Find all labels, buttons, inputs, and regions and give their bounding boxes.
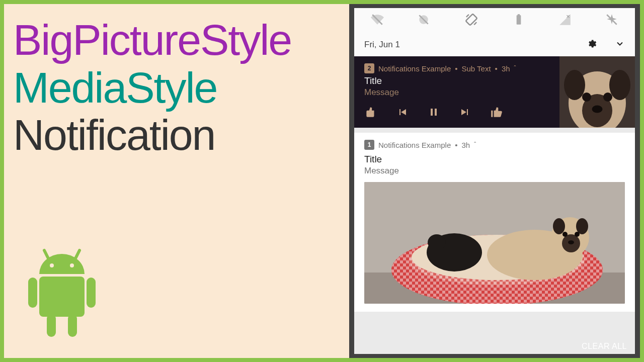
svg-point-25 bbox=[603, 93, 612, 102]
svg-point-3 bbox=[70, 263, 74, 267]
bigpic-badge: 1 bbox=[364, 140, 374, 150]
svg-rect-5 bbox=[28, 278, 37, 308]
svg-point-40 bbox=[553, 218, 565, 234]
svg-rect-4 bbox=[39, 277, 85, 317]
media-subtext: Sub Text bbox=[462, 64, 491, 73]
title-line-3: Notification bbox=[13, 111, 340, 159]
date-text: Fri, Jun 1 bbox=[364, 40, 400, 50]
status-bar: × bbox=[354, 8, 635, 33]
svg-point-24 bbox=[582, 93, 591, 102]
media-app-name: Notifications Example bbox=[378, 64, 451, 73]
location-off-icon bbox=[417, 13, 430, 28]
date-row: Fri, Jun 1 bbox=[354, 33, 635, 56]
media-badge: 2 bbox=[364, 63, 374, 73]
skip-next-icon[interactable] bbox=[459, 106, 471, 120]
media-notification[interactable]: 2 Notifications Example • Sub Text • 3h … bbox=[354, 56, 635, 128]
battery-icon bbox=[512, 13, 525, 28]
bigpicture-notification[interactable]: 1 Notifications Example • 3h ˆ Title Mes… bbox=[354, 133, 635, 312]
svg-point-37 bbox=[428, 234, 446, 250]
collapse-chevron-icon[interactable] bbox=[615, 39, 625, 51]
settings-gear-icon[interactable] bbox=[587, 39, 597, 51]
media-title: Title bbox=[364, 75, 553, 86]
svg-point-43 bbox=[562, 232, 568, 237]
svg-point-21 bbox=[564, 70, 585, 100]
bigpic-header: 1 Notifications Example • 3h ˆ bbox=[364, 140, 625, 150]
media-message: Message bbox=[364, 87, 553, 98]
svg-point-44 bbox=[575, 232, 580, 237]
title-line-1: BigPictureStyle bbox=[13, 16, 340, 64]
thumb-down-icon[interactable] bbox=[364, 106, 377, 121]
signal-off-icon: × bbox=[558, 13, 572, 28]
svg-rect-8 bbox=[68, 314, 77, 337]
svg-rect-14 bbox=[518, 14, 520, 16]
clear-all-button[interactable]: CLEAR ALL bbox=[582, 342, 627, 351]
bigpic-app-name: Notifications Example bbox=[378, 141, 451, 149]
airplane-off-icon bbox=[605, 13, 618, 28]
skip-previous-icon[interactable] bbox=[396, 106, 409, 120]
svg-rect-7 bbox=[47, 314, 56, 337]
media-time: 3h bbox=[502, 64, 510, 73]
wifi-off-icon bbox=[371, 13, 384, 28]
android-logo-icon bbox=[19, 246, 105, 349]
collapse-icon[interactable]: ˆ bbox=[514, 65, 516, 72]
notification-shade: 2 Notifications Example • Sub Text • 3h … bbox=[354, 56, 635, 354]
svg-point-2 bbox=[50, 263, 54, 267]
phone-mockup: × Fri, Jun 1 2 Notifications Example • S… bbox=[349, 4, 640, 358]
svg-text:×: × bbox=[567, 13, 571, 20]
svg-point-45 bbox=[568, 240, 574, 244]
bigpic-message: Message bbox=[364, 166, 625, 176]
svg-point-41 bbox=[576, 218, 588, 234]
bigpic-time: 3h bbox=[462, 141, 470, 149]
bigpicture-image bbox=[364, 182, 625, 304]
thumb-up-icon[interactable] bbox=[490, 106, 503, 121]
svg-rect-18 bbox=[435, 109, 437, 116]
title-line-2: MediaStyle bbox=[13, 64, 340, 112]
collapse-icon[interactable]: ˆ bbox=[474, 141, 476, 148]
svg-rect-17 bbox=[431, 109, 433, 116]
title-panel: BigPictureStyle MediaStyle Notification bbox=[4, 4, 349, 358]
rotate-icon bbox=[464, 12, 479, 29]
svg-point-22 bbox=[609, 70, 630, 100]
pause-icon[interactable] bbox=[428, 106, 440, 120]
svg-rect-6 bbox=[87, 278, 96, 308]
media-header: 2 Notifications Example • Sub Text • 3h … bbox=[364, 63, 553, 73]
svg-point-26 bbox=[592, 106, 603, 113]
media-album-art bbox=[559, 56, 635, 128]
bigpic-title: Title bbox=[364, 154, 625, 165]
svg-rect-13 bbox=[517, 15, 521, 24]
